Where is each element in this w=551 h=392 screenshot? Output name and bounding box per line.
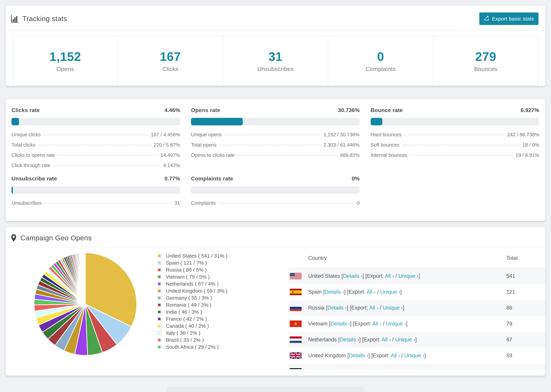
stat-value: 1,152 xyxy=(49,49,81,64)
geo-table-row-russia: Russia [Details ›] [Export: All › / Uniq… xyxy=(289,300,545,316)
tracking-stats-card: Tracking stats Export basic stats 1,152O… xyxy=(6,6,545,86)
rate-detail-label: Complaints xyxy=(191,200,216,206)
export-unique-link[interactable]: Unique › xyxy=(386,321,406,327)
export-all-link[interactable]: All › xyxy=(375,368,384,369)
geo-content: United States ( 541 / 31% )Spain ( 121 /… xyxy=(6,247,545,369)
rate-detail-row: Soft bounces18 / 0% xyxy=(371,142,539,148)
legend-label: France ( 42 / 2% ) xyxy=(166,316,207,322)
rate-detail-value: 4.147% xyxy=(163,163,180,168)
export-unique-link[interactable]: Unique › xyxy=(389,368,409,369)
legend-swatch xyxy=(157,345,161,349)
rate-detail-label: Clicks to opens rate xyxy=(11,152,55,158)
nl-flag-icon xyxy=(290,336,308,343)
rate-detail-label: Unsubscribes xyxy=(11,200,42,206)
rate-value: 0.77% xyxy=(165,175,180,182)
rate-detail-value: 167 / 4.456% xyxy=(151,132,180,138)
details-link[interactable]: Details › xyxy=(340,336,359,343)
rate-value: 0% xyxy=(352,175,360,182)
map-pin-icon xyxy=(11,234,17,242)
rate-detail-row: Opens to clicks rate689.82% xyxy=(191,152,360,158)
dashboard-page: Tracking stats Export basic stats 1,152O… xyxy=(0,0,551,376)
legend-label: Canada ( 40 / 2% ) xyxy=(166,323,209,329)
rate-detail-row: Total clicks220 / 5.87% xyxy=(11,142,180,148)
legend-label: Brazil ( 33 / 2% ) xyxy=(166,337,204,343)
stat-cell-unsubscribes: 31Unsubscribes xyxy=(223,36,328,85)
rate-detail-value: 19 / 6.81% xyxy=(516,152,539,158)
legend-swatch xyxy=(157,310,161,314)
export-basic-stats-button[interactable]: Export basic stats xyxy=(479,13,538,25)
details-link[interactable]: Details › xyxy=(327,305,347,311)
rate-detail-label: Click through rate xyxy=(11,163,50,168)
rate-block-bounce-rate: Bounce rate6.927%Hard bounces242 / 86.73… xyxy=(371,107,539,168)
rate-detail-value: 31 xyxy=(175,200,180,206)
rate-block-complaints-rate: Complaints rate0%Complaints0 xyxy=(191,175,360,206)
rate-detail-row: Clicks to opens rate14.497% xyxy=(11,152,180,158)
dotted-leader xyxy=(44,203,172,203)
dotted-leader xyxy=(53,165,161,166)
country-total: 79 xyxy=(506,316,545,332)
legend-label: United Kingdom ( 59 / 3% ) xyxy=(166,288,227,294)
rate-progress-track xyxy=(191,186,360,194)
legend-item-netherlands: Netherlands ( 67 / 4% ) xyxy=(157,280,267,287)
export-unique-link[interactable]: Unique › xyxy=(383,305,403,311)
country-name: Vietnam xyxy=(308,321,329,327)
geo-opens-card: Campaign Geo Opens United States ( 541 /… xyxy=(6,227,545,376)
legend-swatch xyxy=(157,289,161,293)
export-unique-link[interactable]: Unique › xyxy=(398,273,418,279)
export-all-link[interactable]: All › xyxy=(369,305,378,311)
country-name: Russia xyxy=(308,305,326,311)
export-unique-link[interactable]: Unique › xyxy=(380,289,400,295)
stat-label: Clicks xyxy=(162,66,178,72)
details-link[interactable]: Details › xyxy=(343,273,362,279)
rate-title: Complaints rate xyxy=(191,175,233,182)
dotted-leader xyxy=(404,135,505,135)
stat-cell-complaints: 0Complaints xyxy=(328,36,433,85)
rate-detail-label: Unique opens xyxy=(191,132,222,138)
export-all-link[interactable]: All › xyxy=(381,336,391,343)
legend-swatch xyxy=(157,331,161,335)
geo-table-row-united-kingdom: United Kingdom [Details ›] [Export: All … xyxy=(289,348,545,364)
country-total: 541 xyxy=(506,268,545,284)
geo-pie-chart xyxy=(32,247,138,358)
details-link[interactable]: Details › xyxy=(349,352,368,358)
dotted-leader xyxy=(38,145,151,145)
rate-detail-row: Total opens2,303 / 61.446% xyxy=(191,142,360,148)
legend-label: Romania ( 49 / 3% ) xyxy=(166,302,212,308)
export-all-link[interactable]: All › xyxy=(391,352,400,358)
page-title: Tracking stats xyxy=(22,15,67,23)
country-total: 121 xyxy=(506,284,545,300)
legend-swatch xyxy=(157,254,161,258)
details-link[interactable]: Details › xyxy=(333,368,353,369)
export-unique-link[interactable]: Unique › xyxy=(404,352,424,358)
export-all-link[interactable]: All › xyxy=(372,321,381,327)
export-all-link[interactable]: All › xyxy=(367,289,376,295)
bar-chart-icon xyxy=(11,15,19,23)
stat-value: 0 xyxy=(377,49,384,64)
legend-item-germany: Germany ( 55 / 3% ) xyxy=(157,294,267,301)
rate-progress-track xyxy=(11,118,180,125)
rate-detail-value: 1,152 / 30.736% xyxy=(323,132,360,138)
export-unique-link[interactable]: Unique › xyxy=(395,336,415,343)
legend-item-brazil: Brazil ( 33 / 2% ) xyxy=(157,336,267,343)
geo-table: Country Total United States [Details ›] … xyxy=(289,247,545,369)
rate-progress-fill xyxy=(371,118,382,125)
details-link[interactable]: Details › xyxy=(330,321,350,327)
stat-label: Unsubscribes xyxy=(257,66,294,72)
rate-block-opens-rate: Opens rate30.736%Unique opens1,152 / 30.… xyxy=(191,107,360,168)
rate-value: 4.46% xyxy=(165,107,180,113)
vn-flag-icon xyxy=(290,321,308,327)
rate-detail-value: 0 xyxy=(357,200,360,206)
details-link[interactable]: Details › xyxy=(325,289,344,295)
export-all-link[interactable]: All › xyxy=(385,273,394,279)
rate-progress-track xyxy=(11,186,180,194)
legend-swatch xyxy=(157,261,161,265)
gb-flag-icon xyxy=(290,352,308,359)
rate-detail-row: Click through rate4.147% xyxy=(11,163,180,168)
country-cell: United States [Details ›] [Export: All ›… xyxy=(308,273,420,279)
export-button-label: Export basic stats xyxy=(492,16,534,22)
legend-item-russia: Russia ( 86 / 5% ) xyxy=(157,266,267,273)
geo-table-row-vietnam: Vietnam [Details ›] [Export: All › / Uni… xyxy=(289,316,545,332)
legend-item-romania: Romania ( 49 / 3% ) xyxy=(157,301,267,308)
legend-label: Germany ( 55 / 3% ) xyxy=(166,295,212,301)
rate-detail-label: Total clicks xyxy=(11,142,35,148)
